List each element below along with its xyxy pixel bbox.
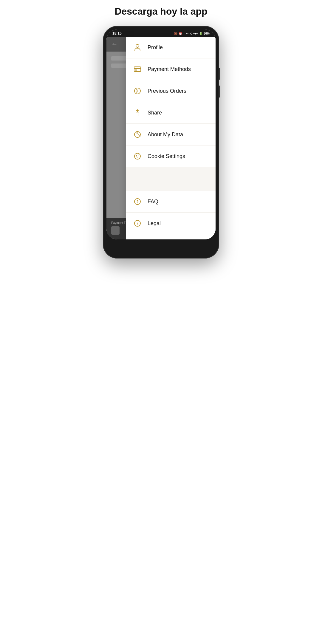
svg-rect-3 xyxy=(135,69,137,71)
menu-item-profile[interactable]: Profile xyxy=(126,37,216,58)
faq-icon: ? xyxy=(132,196,143,207)
download-icon: ↓ xyxy=(183,32,185,35)
menu-item-legal[interactable]: i Legal xyxy=(126,213,216,234)
drawer-spacer xyxy=(126,167,216,191)
svg-rect-1 xyxy=(134,67,141,72)
svg-point-12 xyxy=(138,155,139,155)
svg-point-14 xyxy=(138,157,138,157)
cookie-icon xyxy=(132,151,143,162)
status-time: 18:15 xyxy=(112,31,122,35)
payment-label: Payment Methods xyxy=(148,66,191,72)
phone-frame: 18:15 🔕 ⏰ ↓ ··· ◁ ▾▾▾ 🔋 56% ← xyxy=(103,26,219,258)
faq-label: FAQ xyxy=(148,199,158,205)
side-button-2 xyxy=(219,86,220,97)
menu-item-payment[interactable]: Payment Methods xyxy=(126,58,216,80)
legal-icon: i xyxy=(132,218,143,229)
svg-point-0 xyxy=(136,44,139,47)
signal-icon: ◁ xyxy=(190,32,192,35)
svg-point-15 xyxy=(137,157,137,158)
svg-rect-5 xyxy=(136,112,139,116)
legal-label: Legal xyxy=(148,220,161,227)
status-bar: 18:15 🔕 ⏰ ↓ ··· ◁ ▾▾▾ 🔋 56% xyxy=(106,30,216,37)
menu-item-faq[interactable]: ? FAQ xyxy=(126,191,216,213)
drawer-bottom-section: ? FAQ i xyxy=(126,191,216,239)
svg-point-7 xyxy=(137,132,138,134)
battery-icon: 🔋 xyxy=(199,32,202,35)
data-icon xyxy=(132,129,143,140)
alarm-icon: ⏰ xyxy=(179,32,182,35)
drawer-top-section: Profile Payment Methods xyxy=(126,37,216,167)
share-label: Share xyxy=(148,110,162,116)
profile-label: Profile xyxy=(148,44,163,51)
svg-point-10 xyxy=(134,153,140,159)
cookies-label: Cookie Settings xyxy=(148,153,185,160)
phone-screen: 18:15 🔕 ⏰ ↓ ··· ◁ ▾▾▾ 🔋 56% ← xyxy=(106,30,216,239)
data-label: About My Data xyxy=(148,131,183,138)
share-icon xyxy=(132,107,143,118)
wifi-icon: ▾▾▾ xyxy=(193,32,198,35)
notification-icon: 🔕 xyxy=(174,32,177,35)
svg-point-11 xyxy=(136,155,137,156)
menu-item-share[interactable]: Share xyxy=(126,102,216,124)
menu-item-orders[interactable]: Previous Orders xyxy=(126,80,216,102)
orders-icon xyxy=(132,86,143,96)
svg-text:i: i xyxy=(137,221,138,226)
screen-content: ← Payment T xyxy=(106,37,216,239)
dots-icon: ··· xyxy=(186,32,188,35)
person-icon xyxy=(132,42,143,53)
status-icons: 🔕 ⏰ ↓ ··· ◁ ▾▾▾ 🔋 56% xyxy=(174,32,210,35)
side-button-1 xyxy=(219,68,220,80)
payment-icon xyxy=(132,64,143,75)
svg-point-13 xyxy=(136,157,137,157)
svg-text:?: ? xyxy=(136,199,139,204)
battery-level: 56% xyxy=(204,32,210,35)
menu-item-language[interactable]: A A A English xyxy=(126,234,216,239)
menu-item-cookies[interactable]: Cookie Settings xyxy=(126,145,216,167)
back-button[interactable]: ← xyxy=(111,40,118,48)
page-title: Descarga hoy la app xyxy=(109,6,213,17)
drawer-menu: Profile Payment Methods xyxy=(126,37,216,239)
footer-icon xyxy=(111,226,120,235)
menu-item-data[interactable]: About My Data xyxy=(126,124,216,145)
orders-label: Previous Orders xyxy=(148,88,186,94)
